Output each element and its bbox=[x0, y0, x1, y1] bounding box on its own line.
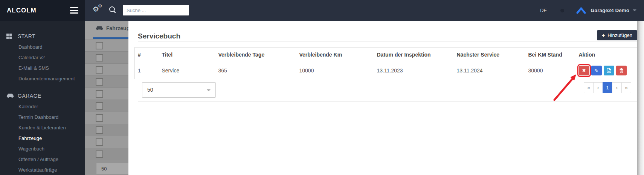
page-size-select[interactable]: 50 bbox=[142, 82, 216, 98]
row-checkbox[interactable] bbox=[96, 78, 103, 86]
table-row bbox=[85, 64, 128, 76]
sidebar-item-offerten-auftr-ge[interactable]: Offerten / Aufträge bbox=[0, 154, 85, 165]
page-size-value: 50 bbox=[147, 83, 153, 97]
row-checkbox[interactable] bbox=[96, 42, 103, 49]
chevron-down-icon bbox=[207, 89, 211, 91]
column-header-verbleibende-tage: Verbleibende Tage bbox=[215, 48, 296, 62]
background-tabbar: Fahrzeuge bbox=[85, 21, 128, 39]
table-row bbox=[85, 76, 128, 88]
column-header-aktion: Aktion bbox=[576, 48, 637, 62]
scroll-area[interactable] bbox=[637, 21, 644, 175]
document-service-button[interactable] bbox=[604, 66, 614, 75]
table-cell: 10000 bbox=[296, 62, 374, 79]
tab-fahrzeuge[interactable]: Fahrzeuge bbox=[96, 25, 128, 31]
app-screen: ALCOLM ⚙⚙ DE Garage24 Demo STARTDashboar… bbox=[0, 0, 644, 175]
topbar: ALCOLM ⚙⚙ DE Garage24 Demo bbox=[0, 0, 644, 21]
sidebar-item-e-mail-sms[interactable]: E-Mail & SMS bbox=[0, 63, 85, 74]
sidebar-item-kunden-lieferanten[interactable]: Kunden & Lieferanten bbox=[0, 123, 85, 133]
table-cell: 1 bbox=[135, 62, 159, 79]
topbar-account-area: DE Garage24 Demo bbox=[540, 0, 636, 21]
pagination-page[interactable]: 1 bbox=[603, 82, 612, 93]
sidebar-section-label: START bbox=[18, 33, 35, 39]
cancel-service-button[interactable]: ✖ bbox=[579, 66, 589, 75]
table-row bbox=[85, 124, 128, 136]
background-row-list bbox=[85, 40, 128, 160]
pagination-next[interactable]: › bbox=[612, 82, 622, 93]
sidebar-item-termin-dashboard[interactable]: Termin Dashboard bbox=[0, 112, 85, 123]
trash-icon bbox=[619, 68, 624, 73]
add-service-button[interactable]: + Hinzufügen bbox=[597, 30, 637, 40]
sidebar-item-fahrzeuge[interactable]: Fahrzeuge bbox=[0, 133, 85, 144]
search-icon[interactable] bbox=[109, 6, 115, 12]
cars-icon bbox=[6, 93, 15, 98]
menu-icon[interactable] bbox=[70, 6, 78, 15]
file-icon bbox=[607, 68, 611, 73]
table-row bbox=[85, 40, 128, 52]
grid-icon bbox=[6, 34, 15, 39]
delete-service-button[interactable] bbox=[616, 66, 627, 75]
row-checkbox[interactable] bbox=[96, 66, 103, 74]
servicebuch-table: #TitelVerbleibende TageVerbleibende KmDa… bbox=[134, 47, 637, 79]
row-checkbox[interactable] bbox=[96, 90, 103, 98]
pagination-first[interactable]: « bbox=[584, 82, 594, 93]
column-header-bei-km-stand: Bei KM Stand bbox=[525, 48, 576, 62]
table-row bbox=[85, 112, 128, 124]
sidebar-section-garage[interactable]: GARAGE bbox=[0, 90, 85, 101]
sidebar-section-label: GARAGE bbox=[18, 93, 41, 99]
column-header-verbleibende-km: Verbleibende Km bbox=[296, 48, 374, 62]
row-checkbox[interactable] bbox=[96, 114, 103, 122]
brand-chevron-icon bbox=[576, 7, 586, 14]
row-checkbox[interactable] bbox=[96, 102, 103, 110]
table-cell: 13.11.2024 bbox=[454, 62, 525, 79]
table-row bbox=[85, 136, 128, 148]
column-header-titel: Titel bbox=[159, 48, 215, 62]
sidebar-section-start[interactable]: START bbox=[0, 31, 85, 42]
column-header-n-chster-service: Nächster Service bbox=[454, 48, 525, 62]
table-cell: 30000 bbox=[525, 62, 576, 79]
gears-icon[interactable]: ⚙⚙ bbox=[93, 5, 99, 13]
table-cell: 365 bbox=[215, 62, 296, 79]
table-row bbox=[85, 148, 128, 160]
sidebar-item-calendar-v2[interactable]: Calendar v2 bbox=[0, 52, 85, 63]
car-icon bbox=[96, 26, 103, 31]
sidebar-item-wagenbuch[interactable]: Wagenbuch bbox=[0, 144, 85, 154]
row-checkbox[interactable] bbox=[96, 126, 103, 134]
language-selector[interactable]: DE bbox=[540, 8, 547, 13]
sidebar-item-kalender[interactable]: Kalender bbox=[0, 101, 85, 112]
account-menu[interactable]: Garage24 Demo bbox=[591, 8, 629, 13]
sidebar-item-dashboard[interactable]: Dashboard bbox=[0, 42, 85, 52]
edit-service-button[interactable]: ✎ bbox=[591, 66, 602, 75]
row-checkbox[interactable] bbox=[96, 138, 103, 146]
table-header-row: #TitelVerbleibende TageVerbleibende KmDa… bbox=[135, 48, 637, 62]
divider bbox=[138, 101, 637, 102]
modal-backdrop[interactable]: Fahrzeuge 50 bbox=[85, 21, 128, 175]
table-row: 1Service3651000013.11.202313.11.20243000… bbox=[135, 62, 637, 79]
plus-icon: + bbox=[602, 33, 605, 38]
pagination-prev[interactable]: ‹ bbox=[593, 82, 603, 93]
active-tab-underline bbox=[93, 37, 128, 39]
caret-down-icon[interactable] bbox=[633, 9, 636, 11]
actions-cell: ✖✎ bbox=[576, 62, 637, 79]
column-header-datum-der-inspektion: Datum der Inspektion bbox=[374, 48, 454, 62]
pagination: «‹1›» bbox=[584, 82, 631, 93]
table-cell: 13.11.2023 bbox=[374, 62, 454, 79]
sidebar-item-werkstattauftr-ge[interactable]: Werkstattaufträge bbox=[0, 165, 85, 175]
row-checkbox[interactable] bbox=[96, 150, 103, 158]
tab-label: Fahrzeuge bbox=[106, 25, 128, 31]
pencil-icon: ✎ bbox=[594, 68, 598, 73]
row-checkbox[interactable] bbox=[96, 54, 103, 61]
add-button-label: Hinzufügen bbox=[607, 32, 632, 38]
table-row bbox=[85, 100, 128, 112]
app-logo: ALCOLM bbox=[7, 7, 37, 14]
page-title: Servicebuch bbox=[138, 32, 180, 40]
sidebar-item-dokumentenmanagement[interactable]: Dokumentenmanagement bbox=[0, 74, 85, 84]
table-row bbox=[85, 88, 128, 100]
table-row bbox=[85, 52, 128, 64]
column-header-num: # bbox=[135, 48, 159, 62]
background-page-size-select[interactable]: 50 bbox=[96, 163, 128, 174]
sidebar-nav: STARTDashboardCalendar v2E-Mail & SMSDok… bbox=[0, 21, 85, 175]
topbar-brand-area: ALCOLM bbox=[0, 0, 85, 21]
search-input[interactable] bbox=[123, 5, 189, 15]
divider bbox=[138, 41, 637, 42]
pagination-last[interactable]: » bbox=[621, 82, 631, 93]
